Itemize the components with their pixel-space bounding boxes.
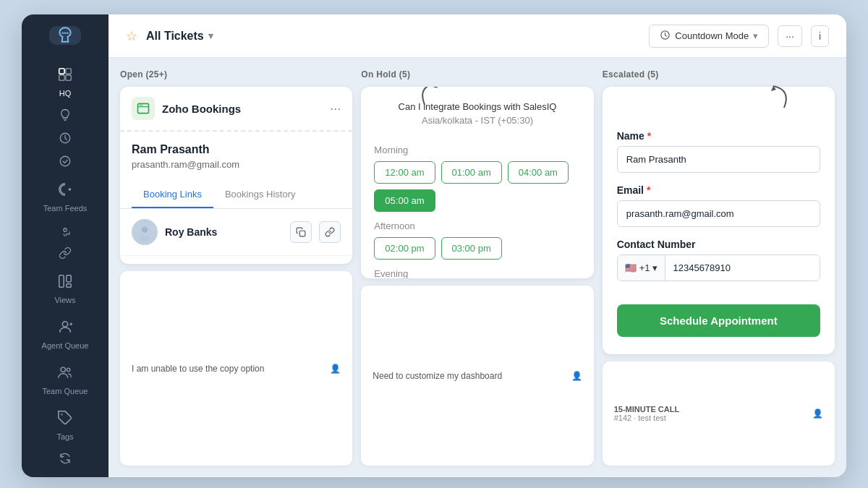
tags-icon: [57, 410, 73, 429]
agent-row: Roy Banks: [120, 209, 352, 256]
ticket-panel-header: Zoho Bookings ···: [120, 87, 352, 132]
page-title-text: All Tickets: [146, 30, 204, 43]
phone-dropdown-icon: ▾: [652, 262, 658, 273]
team-feeds-icon: [57, 181, 73, 201]
svg-rect-6: [66, 75, 71, 80]
svg-point-0: [61, 32, 64, 34]
name-field-group: Name *: [617, 130, 820, 173]
countdown-label: Countdown Mode: [675, 30, 749, 41]
contact-name: Ram Prasanth: [132, 143, 341, 156]
contact-section: Ram Prasanth prasanth.ram@gmail.com: [120, 132, 352, 181]
zoho-logo: [132, 97, 155, 120]
flag-emoji: 🇺🇸: [625, 262, 637, 273]
phone-code: +1: [639, 262, 650, 273]
sidebar-item-views[interactable]: Views: [22, 266, 109, 312]
phone-input[interactable]: [665, 255, 820, 281]
gear-icon[interactable]: [59, 220, 72, 243]
ticket-panel-title: Zoho Bookings: [162, 103, 323, 115]
sidebar-item-views-label: Views: [54, 296, 75, 304]
hq-icon: [57, 67, 73, 86]
clock-icon[interactable]: [59, 128, 72, 151]
sidebar-item-team-feeds[interactable]: Team Feeds: [22, 174, 109, 220]
escalated-column: Escalated (5) Name *: [603, 69, 835, 466]
email-input[interactable]: [617, 200, 820, 227]
email-required-star: *: [647, 184, 650, 196]
ticket-panel: Zoho Bookings ··· Ram Prasanth prasanth.…: [120, 87, 352, 264]
sidebar: HQ Team Feeds: [22, 14, 109, 477]
open-column-header: Open (25+): [120, 69, 352, 87]
svg-point-13: [62, 322, 67, 327]
svg-rect-12: [67, 284, 71, 288]
ticket-panel-more-icon[interactable]: ···: [330, 101, 341, 116]
check-icon[interactable]: [59, 151, 72, 174]
slot-5am[interactable]: 05:00 am: [374, 189, 435, 212]
name-field-label: Name *: [617, 130, 820, 142]
sidebar-item-tags[interactable]: Tags: [22, 403, 109, 448]
refresh-icon[interactable]: [59, 448, 72, 471]
main-content: ☆ All Tickets ▾ Countdown Mode ▾ ··· i O…: [109, 14, 846, 477]
svg-rect-25: [300, 231, 306, 236]
svg-point-1: [64, 32, 67, 34]
afternoon-slots: 02:00 pm 03:00 pm: [374, 237, 580, 260]
sidebar-item-team-queue[interactable]: Team Queue: [22, 357, 109, 403]
strip-card-2-text: Need to customize my dashboard: [373, 371, 502, 381]
slot-4am[interactable]: 04:00 am: [508, 161, 569, 184]
timezone-label: Asia/kolkata - IST (+05:30): [374, 115, 580, 126]
tab-bookings-history[interactable]: Bookings History: [213, 181, 307, 208]
morning-slots: 12:00 am 01:00 am 04:00 am 05:00 am: [374, 161, 580, 212]
email-field-label: Email *: [617, 184, 820, 196]
open-column: Open (25+) Zoho Bookings ··· Ram Prasant…: [120, 69, 352, 466]
svg-point-17: [67, 368, 70, 372]
svg-rect-5: [59, 75, 64, 80]
countdown-clock-icon: [660, 30, 671, 43]
strip-card-1-text: I am unable to use the copy option: [132, 364, 264, 374]
slot-1am[interactable]: 01:00 am: [441, 161, 502, 184]
strip-card-1-avatar: 👤: [330, 364, 341, 374]
svg-point-24: [139, 235, 150, 241]
link-icon[interactable]: [59, 243, 72, 266]
contact-field-group: Contact Number 🇺🇸 +1 ▾: [617, 239, 820, 281]
strip-card-2-avatar: 👤: [571, 371, 582, 381]
svg-point-22: [142, 105, 143, 106]
tab-booking-links[interactable]: Booking Links: [132, 181, 213, 208]
booking-item-cu: CU Customer Support Call 1 hr: [120, 256, 352, 264]
strip-card-2: Need to customize my dashboard 👤: [361, 286, 593, 466]
name-input[interactable]: [617, 146, 820, 173]
sidebar-item-agent-queue[interactable]: Agent Queue: [22, 312, 109, 357]
slot-2pm[interactable]: 02:00 pm: [374, 237, 435, 260]
favorite-star-icon[interactable]: ☆: [126, 28, 137, 44]
contact-field-label: Contact Number: [617, 239, 820, 250]
sidebar-item-agent-queue-label: Agent Queue: [42, 341, 89, 350]
on-hold-column: On Hold (5) Can I integrate Bookings wit…: [361, 69, 593, 466]
strip-card-3-avatar: 👤: [812, 408, 823, 419]
svg-point-23: [142, 226, 148, 233]
bulb-icon[interactable]: [59, 105, 72, 128]
slot-12am[interactable]: 12:00 am: [374, 161, 435, 184]
title-chevron-icon[interactable]: ▾: [208, 30, 213, 41]
agent-link-button[interactable]: [319, 221, 341, 243]
agent-name: Roy Banks: [165, 226, 283, 238]
header: ☆ All Tickets ▾ Countdown Mode ▾ ··· i: [109, 14, 846, 58]
agent-copy-button[interactable]: [290, 221, 312, 243]
svg-rect-11: [67, 275, 71, 282]
columns-area: Open (25+) Zoho Bookings ··· Ram Prasant…: [109, 58, 846, 477]
agent-queue-icon: [57, 319, 73, 338]
sidebar-item-hq-label: HQ: [59, 89, 72, 98]
scheduler-panel: Can I integrate Bookings with SalesIQ As…: [361, 87, 593, 278]
strip-card-3-title: 15-MINUTE CALL: [614, 405, 679, 414]
slot-3pm[interactable]: 03:00 pm: [441, 237, 502, 260]
strip-card-3: 15-MINUTE CALL #142 · test test 👤: [603, 361, 835, 466]
morning-label: Morning: [374, 145, 580, 155]
header-more-button[interactable]: ···: [778, 25, 802, 47]
svg-point-16: [61, 367, 65, 372]
phone-input-row: 🇺🇸 +1 ▾: [617, 254, 820, 281]
header-info-button[interactable]: i: [811, 25, 829, 47]
svg-rect-4: [66, 69, 71, 74]
phone-flag-selector[interactable]: 🇺🇸 +1 ▾: [618, 255, 666, 281]
name-required-star: *: [647, 130, 651, 142]
schedule-appointment-button[interactable]: Schedule Appointment: [617, 304, 820, 337]
countdown-mode-button[interactable]: Countdown Mode ▾: [649, 25, 769, 48]
sidebar-item-hq[interactable]: HQ: [22, 59, 109, 105]
afternoon-label: Afternoon: [374, 221, 580, 231]
svg-point-21: [140, 105, 141, 106]
